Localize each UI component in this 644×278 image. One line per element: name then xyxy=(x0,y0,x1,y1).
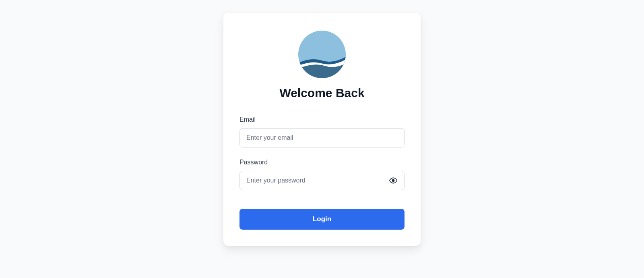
email-group: Email xyxy=(239,116,405,147)
password-group: Password xyxy=(239,159,405,190)
login-button[interactable]: Login xyxy=(239,209,405,230)
password-field[interactable] xyxy=(239,171,405,190)
svg-point-2 xyxy=(392,180,394,182)
email-field[interactable] xyxy=(239,128,405,147)
email-input-wrapper xyxy=(239,128,405,147)
login-card: Welcome Back Email Password Login xyxy=(223,13,421,246)
logo-container xyxy=(239,31,405,78)
eye-icon xyxy=(389,176,397,185)
page-title: Welcome Back xyxy=(239,86,405,100)
email-label: Email xyxy=(239,116,405,123)
wave-logo-icon xyxy=(298,31,346,78)
password-label: Password xyxy=(239,159,405,166)
password-input-wrapper xyxy=(239,171,405,190)
toggle-password-visibility-button[interactable] xyxy=(388,175,399,186)
